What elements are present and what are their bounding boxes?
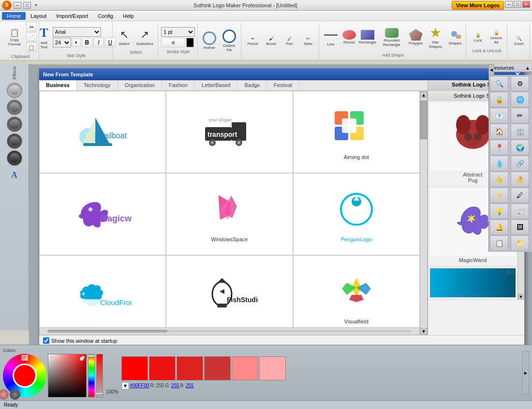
color-wheel-container[interactable]: 0° <box>3 354 46 397</box>
menu-home[interactable]: Home <box>2 12 26 20</box>
pen-btn[interactable]: 🖊 Pen <box>281 34 298 48</box>
template-v-scrollbar[interactable]: ▲ ▼ <box>420 91 428 335</box>
v-scroll-up-btn[interactable]: ▲ <box>420 91 427 98</box>
right-icon-4[interactable]: 🌐 <box>511 92 529 107</box>
template-cell-windowsspace[interactable]: WindowsSpace <box>166 173 293 255</box>
right-icon-11[interactable]: 💧 <box>490 156 508 171</box>
lock-btn[interactable]: 🔒 Lock <box>469 28 487 46</box>
menu-help[interactable]: Help <box>118 12 139 20</box>
zoom-btn[interactable]: 🔍 Zoom <box>510 34 528 48</box>
color-b-val[interactable]: 255 <box>186 383 194 388</box>
panel-collapse-btn[interactable]: ◄ <box>488 64 494 75</box>
font-select[interactable]: Arial <box>53 27 101 37</box>
right-icon-1[interactable]: 🔍 <box>490 76 508 91</box>
tab-badge[interactable]: Badge <box>237 80 267 90</box>
rectangle-btn[interactable]: Rectangle <box>359 24 376 51</box>
brush-btn[interactable]: 🖌 Brush <box>263 34 280 48</box>
color-opacity-slider[interactable] <box>96 354 103 397</box>
effect-text-btn[interactable]: A <box>7 167 22 183</box>
right-icon-21[interactable]: 📋 <box>490 235 508 251</box>
effect-btn-1[interactable] <box>7 83 22 98</box>
font-size-down-btn[interactable]: ▾ <box>72 38 81 47</box>
tab-festival[interactable]: Festival <box>267 80 299 90</box>
pencil-btn[interactable]: ✏ Pencil <box>244 34 262 48</box>
right-icon-8[interactable]: 🏢 <box>511 124 529 139</box>
tab-fashion[interactable]: Fashion <box>162 80 195 90</box>
font-size-select[interactable]: 24 <box>53 38 71 47</box>
template-cell-visualfield[interactable]: Visualfield <box>293 255 420 327</box>
template-cell-fishstudio[interactable]: FishStudio <box>166 255 293 327</box>
right-icon-19[interactable]: 🔔 <box>490 219 508 235</box>
right-icon-14[interactable]: 🤚 <box>511 172 529 187</box>
paste-btn[interactable]: 📋 <box>26 43 37 52</box>
swatch-light-pink[interactable] <box>259 356 286 380</box>
effect-btn-4[interactable] <box>7 133 22 149</box>
v-scroll-thumb[interactable] <box>420 101 427 139</box>
right-icon-6[interactable]: ✏ <box>511 108 529 123</box>
startup-checkbox[interactable] <box>43 337 49 344</box>
menu-import-export[interactable]: Import/Export <box>51 12 93 20</box>
right-icon-5[interactable]: 📧 <box>490 108 508 123</box>
tailor-btn[interactable]: ✂ Tailor <box>299 34 317 48</box>
right-icon-10[interactable]: 🌍 <box>511 140 529 155</box>
right-icon-12[interactable]: 🔗 <box>511 156 529 171</box>
shop-item-3[interactable]: $19 <box>428 266 517 300</box>
app-logo[interactable]: S <box>2 0 12 10</box>
win-maximize-btn[interactable]: □ <box>514 1 521 8</box>
copy-format-btn[interactable]: 📋 Copy Format <box>4 25 25 49</box>
polygon-btn[interactable]: Polygon <box>407 24 425 51</box>
shapes-btn[interactable]: Shapes <box>446 24 464 51</box>
round-btn[interactable]: Round <box>340 24 358 51</box>
rounded-rect-btn[interactable]: Rounded Rectangle <box>377 24 406 51</box>
effect-btn-2[interactable] <box>7 100 22 115</box>
v-scroll-down-btn[interactable]: ▼ <box>420 328 427 335</box>
menu-config[interactable]: Config <box>93 12 118 20</box>
tab-organization[interactable]: Organization <box>118 80 162 90</box>
template-cell-transport[interactable]: your slogan transport <box>166 91 293 173</box>
startup-label[interactable]: Show this window at startup <box>51 338 117 344</box>
resources-collapse-btn[interactable]: ▲ <box>525 65 530 71</box>
right-icon-17[interactable]: 💡 <box>490 204 508 219</box>
hollow-btn[interactable]: Hollow <box>201 28 218 54</box>
win-minimize-btn[interactable]: ─ <box>505 1 513 8</box>
right-icon-18[interactable]: 📰 <box>511 204 529 219</box>
tab-business[interactable]: Business <box>39 80 77 90</box>
right-icon-9[interactable]: 📍 <box>490 140 508 155</box>
copy-btn[interactable]: 📄 <box>26 32 37 42</box>
template-cell-cloudfrom[interactable]: e CloudFrom <box>39 255 166 327</box>
color-gradient-picker[interactable] <box>48 354 87 397</box>
right-icon-3[interactable]: 🔒 <box>490 92 508 107</box>
h-scroll-thumb[interactable] <box>47 330 167 333</box>
tab-letterbased[interactable]: LetterBased <box>195 80 237 90</box>
select-btn[interactable]: ↖ Select <box>116 27 133 48</box>
unlock-btn[interactable]: 🔓 Unlock All <box>488 28 505 46</box>
swatch-red-2[interactable] <box>149 356 176 380</box>
color-hue-slider[interactable] <box>88 354 95 397</box>
stroke-color-btn[interactable] <box>186 38 194 47</box>
color-mode-btn-1[interactable] <box>0 389 9 400</box>
swatch-red-3[interactable] <box>177 356 203 380</box>
shop-v-scroll-down[interactable]: ▼ <box>518 294 524 300</box>
line-btn[interactable]: Line <box>322 24 340 51</box>
outline-fill-btn[interactable]: Outline Fill <box>220 28 239 54</box>
win-close-btn[interactable]: ✕ <box>522 1 530 8</box>
right-panel-expand-btn[interactable]: ► <box>522 351 529 394</box>
template-cell-penguin[interactable]: PenguinLogo <box>293 173 420 255</box>
right-icon-20[interactable]: 🖼 <box>511 219 529 235</box>
bold-btn[interactable]: B <box>82 38 92 47</box>
italic-btn[interactable]: I <box>93 38 104 47</box>
star-btn[interactable]: ★ Star Shapes <box>426 24 445 51</box>
subselect-btn[interactable]: ↗ Subselect <box>134 27 156 48</box>
right-icon-13[interactable]: 👆 <box>490 172 508 187</box>
minimize-btn[interactable]: ─ <box>14 2 21 9</box>
cut-btn[interactable]: ✂ <box>26 22 37 32</box>
template-cell-magicwand[interactable]: Magicwand <box>39 173 166 255</box>
swatch-red[interactable] <box>121 356 148 380</box>
view-more-btn[interactable]: View More Logos <box>452 1 504 10</box>
maximize-btn[interactable]: □ <box>23 2 31 9</box>
stroke-width-select[interactable]: 1 pt <box>161 27 195 37</box>
effect-btn-5[interactable] <box>7 150 22 166</box>
template-h-scrollbar[interactable] <box>39 327 420 335</box>
swatch-pink[interactable] <box>232 356 258 380</box>
color-g-val[interactable]: 255 <box>171 383 179 388</box>
